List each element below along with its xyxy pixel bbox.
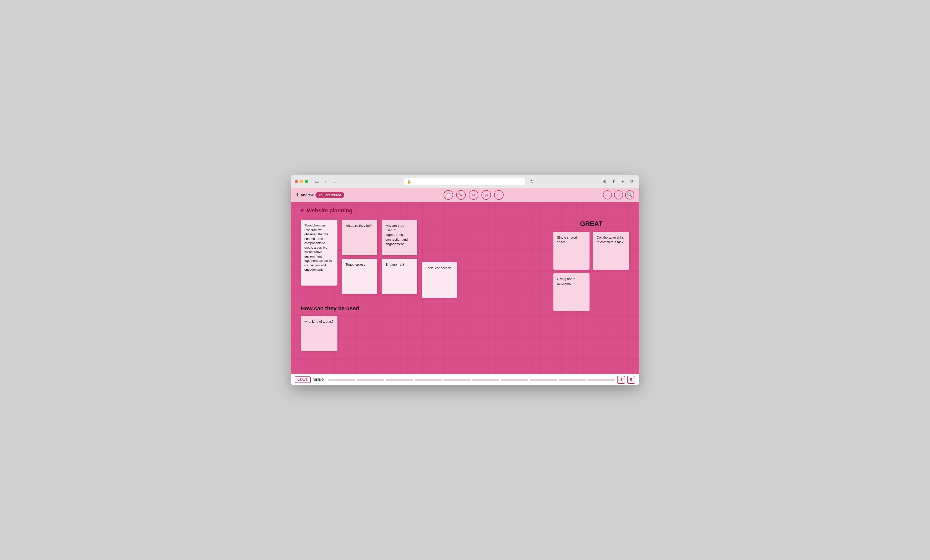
toolbar-forward-btn[interactable]: → — [614, 190, 623, 200]
board-icon-btn[interactable]: 📋 — [443, 190, 453, 200]
right-section: GREAT Single shared space Collaborative … — [553, 220, 629, 351]
user-section: 🎙 Andrew You are muted — [296, 192, 344, 198]
progress-seg-9 — [559, 379, 586, 381]
privacy-icon: 🔒 — [407, 180, 411, 183]
what-for-card[interactable]: what are they for? — [342, 220, 377, 255]
download-button[interactable]: ⬇ — [617, 376, 625, 384]
social-connection-card[interactable]: Social connection — [422, 262, 457, 298]
screen-icon-btn[interactable]: ▭ — [494, 190, 503, 200]
forward-icon[interactable]: › — [331, 178, 339, 185]
single-shared-text: Single shared space — [557, 235, 577, 244]
new-tab-icon[interactable]: + — [619, 178, 626, 185]
page-title-icon: ⊞ — [301, 208, 305, 213]
trash-button[interactable]: 🗑 — [627, 376, 635, 384]
reload-icon[interactable]: ↻ — [528, 178, 536, 185]
why-useful-col: why are they useful? togetherness, conne… — [382, 220, 417, 294]
minimize-button[interactable] — [300, 180, 303, 183]
engagement-text: Engagement — [385, 263, 404, 266]
chat-icon-btn[interactable]: ☺ — [469, 190, 478, 200]
togetherness-text: Togetherness — [345, 263, 365, 266]
progress-seg-3 — [386, 379, 413, 381]
progress-seg-8 — [530, 379, 557, 381]
toolbar-zoom-btn[interactable]: 🔍 — [625, 190, 634, 200]
social-col: Social connection — [422, 220, 457, 298]
canvas-main: Throughout our research, we observed tha… — [301, 220, 546, 351]
page-title-area: ⊞ Website planning — [301, 207, 629, 214]
why-useful-text: why are they useful? togetherness, conne… — [385, 224, 408, 246]
bookmark-icon[interactable]: ⊕ — [601, 178, 608, 185]
giving-users-text: Giving users autonomy — [557, 277, 575, 285]
toolbar-back-btn[interactable]: ← — [603, 190, 612, 200]
togetherness-card[interactable]: Togetherness — [342, 259, 377, 294]
what-teams-card[interactable]: what kind of teams? — [301, 316, 337, 351]
collaborative-card[interactable]: Collaborative skills to complete a task — [593, 232, 629, 270]
page-title: Website planning — [306, 207, 353, 214]
progress-bars — [328, 379, 614, 381]
user-name-text: Andrew — [300, 193, 313, 197]
user-name-label: 🎙 Andrew — [296, 193, 313, 197]
maximize-button[interactable] — [305, 180, 308, 183]
progress-seg-10 — [587, 379, 614, 381]
broadcast-icon-btn[interactable]: ◎ — [481, 190, 491, 200]
mic-icon: 🎙 — [296, 193, 299, 197]
title-bar: ▭ ‹ › 🔒 ↻ ⊕ ⬆ + ⧉ — [291, 175, 639, 188]
giving-users-card[interactable]: Giving users autonomy — [553, 273, 590, 311]
nav-controls: ▭ ‹ › — [313, 178, 339, 185]
text-icon-btn[interactable]: Aa — [456, 190, 466, 200]
engagement-card[interactable]: Engagement — [382, 259, 417, 294]
progress-seg-6 — [472, 379, 499, 381]
canvas-area: Throughout our research, we observed tha… — [301, 220, 629, 351]
traffic-lights — [295, 180, 308, 183]
title-bar-right: ⊕ ⬆ + ⧉ — [601, 178, 635, 185]
how-section-heading: How can they be used — [301, 305, 546, 312]
social-connection-text: Social connection — [425, 266, 451, 270]
progress-seg-5 — [443, 379, 471, 381]
why-useful-card[interactable]: why are they useful? togetherness, conne… — [382, 220, 417, 255]
main-canvas: ⊞ Website planning Throughout our resear… — [291, 202, 639, 374]
progress-seg-2 — [357, 379, 384, 381]
progress-seg-7 — [501, 379, 528, 381]
back-icon[interactable]: ‹ — [322, 178, 330, 185]
progress-seg-4 — [414, 379, 442, 381]
sidebar-toggle-icon[interactable]: ▭ — [313, 178, 320, 185]
what-teams-text: what kind of teams? — [304, 320, 334, 323]
great-grid: Single shared space Collaborative skills… — [553, 232, 629, 311]
close-button[interactable] — [295, 180, 298, 183]
top-cards-row: Throughout our research, we observed tha… — [301, 220, 546, 298]
intro-card-text: Throughout our research, we observed tha… — [304, 224, 333, 271]
intro-card[interactable]: Throughout our research, we observed tha… — [301, 220, 337, 286]
address-bar-area: 🔒 ↻ — [342, 178, 598, 185]
address-bar[interactable]: 🔒 — [404, 178, 525, 185]
bottom-right-icons: ⬇ 🗑 — [617, 376, 635, 384]
progress-seg-1 — [328, 379, 356, 381]
viking-label: VIKING — [313, 378, 323, 382]
leave-button[interactable]: LEAVE — [295, 377, 311, 383]
what-for-text: what are they for? — [345, 224, 372, 228]
great-label: GREAT — [553, 220, 629, 228]
app-toolbar: 🎙 Andrew You are muted 📋 Aa ☺ ◎ ▭ ← → 🔍 — [291, 188, 639, 202]
single-shared-card[interactable]: Single shared space — [553, 232, 590, 270]
collaborative-text: Collaborative skills to complete a task — [597, 235, 624, 244]
bottom-bar: LEAVE VIKING ⬇ 🗑 — [291, 374, 639, 385]
toolbar-icons: 📋 Aa ☺ ◎ ▭ — [347, 190, 600, 200]
what-for-col: what are they for? Togetherness — [342, 220, 377, 294]
share-icon[interactable]: ⬆ — [610, 178, 617, 185]
toolbar-right: ← → 🔍 — [603, 190, 634, 200]
bottom-section: How can they be used what kind of teams? — [301, 305, 546, 351]
muted-badge: You are muted — [316, 192, 344, 198]
browser-window: ▭ ‹ › 🔒 ↻ ⊕ ⬆ + ⧉ 🎙 Andrew You are muted… — [291, 175, 639, 385]
tabs-icon[interactable]: ⧉ — [628, 178, 635, 185]
